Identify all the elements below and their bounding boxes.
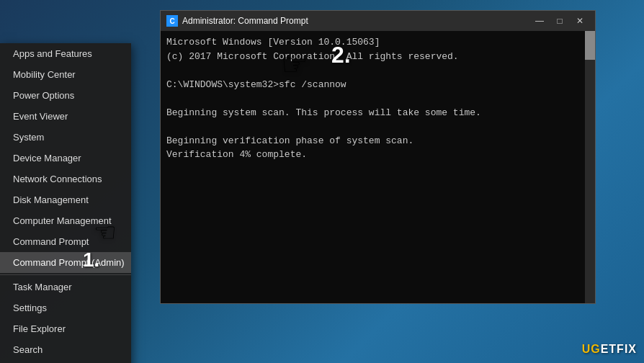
menu-item-label: Device Manager xyxy=(13,153,81,163)
menu-item-label: Mobility Center xyxy=(13,69,76,80)
cmd-line-5: Beginning system scan. This process will… xyxy=(166,106,578,120)
menu-item-label: Apps and Features xyxy=(13,48,92,59)
menu-item-file-explorer[interactable]: File Explorer xyxy=(0,318,131,339)
menu-item-apps-and-features[interactable]: Apps and Features xyxy=(0,43,131,64)
cmd-window: C Administrator: Command Prompt — □ ✕ Mi… xyxy=(160,10,596,304)
menu-item-mobility-center[interactable]: Mobility Center xyxy=(0,64,131,85)
cursor-hand-1-icon: ☞ xyxy=(94,218,117,248)
menu-item-label: Command Prompt (Admin) xyxy=(13,257,125,268)
menu-item-run[interactable]: Run xyxy=(0,360,131,363)
menu-item-label: Settings xyxy=(13,302,47,313)
context-menu: Apps and FeaturesMobility CenterPower Op… xyxy=(0,43,131,363)
menu-item-label: Disk Management xyxy=(13,194,89,205)
cmd-titlebar: C Administrator: Command Prompt — □ ✕ xyxy=(161,11,595,31)
cmd-line-0: Microsoft Windows [Version 10.0.15063] xyxy=(166,35,578,50)
cmd-line-7: Beginning verification phase of system s… xyxy=(166,134,578,148)
cmd-minimize-button[interactable]: — xyxy=(530,14,549,28)
cmd-controls: — □ ✕ xyxy=(530,14,589,28)
menu-item-label: Power Options xyxy=(13,90,74,101)
cmd-title-left: C Administrator: Command Prompt xyxy=(166,15,308,27)
menu-item-task-manager[interactable]: Task Manager xyxy=(0,277,131,297)
menu-item-event-viewer[interactable]: Event Viewer xyxy=(0,106,131,127)
menu-item-label: Command Prompt xyxy=(13,236,89,247)
cmd-title-text: Administrator: Command Prompt xyxy=(182,16,308,26)
cmd-line-4 xyxy=(166,91,578,106)
menu-item-label: Event Viewer xyxy=(13,111,68,122)
menu-item-label: Network Connections xyxy=(13,174,102,184)
menu-item-search[interactable]: Search xyxy=(0,339,131,360)
cmd-close-button[interactable]: ✕ xyxy=(571,14,589,28)
step-1-label: 1. xyxy=(83,248,99,272)
menu-item-command-prompt-admin[interactable]: Command Prompt (Admin) xyxy=(0,252,131,273)
menu-item-disk-management[interactable]: Disk Management xyxy=(0,189,131,210)
menu-item-settings[interactable]: Settings xyxy=(0,297,131,318)
menu-divider-11 xyxy=(0,274,131,275)
cursor-hand-2-icon: ☞ xyxy=(281,47,308,82)
watermark-suffix: ETFIX xyxy=(601,343,637,355)
menu-item-label: Search xyxy=(13,344,43,355)
cmd-line-8: Verification 4% complete. xyxy=(166,148,578,162)
cmd-maximize-button[interactable]: □ xyxy=(550,14,569,28)
cmd-body: Microsoft Windows [Version 10.0.15063](c… xyxy=(161,31,595,303)
cmd-app-icon: C xyxy=(166,15,178,27)
menu-item-label: System xyxy=(13,132,44,143)
cmd-line-3: C:\WINDOWS\system32>sfc /scannow xyxy=(166,78,578,92)
menu-item-system[interactable]: System xyxy=(0,127,131,148)
cmd-scrollbar[interactable] xyxy=(585,31,595,303)
cmd-scrollbar-thumb[interactable] xyxy=(585,31,595,60)
cmd-content: Microsoft Windows [Version 10.0.15063](c… xyxy=(166,35,589,162)
menu-item-power-options[interactable]: Power Options xyxy=(0,85,131,106)
watermark: UGETFIX xyxy=(582,343,637,356)
menu-item-label: Task Manager xyxy=(13,282,72,292)
menu-item-label: File Explorer xyxy=(13,323,66,334)
menu-item-network-connections[interactable]: Network Connections xyxy=(0,169,131,189)
cmd-line-6 xyxy=(166,120,578,134)
desktop: Apps and FeaturesMobility CenterPower Op… xyxy=(0,0,644,363)
cmd-line-2 xyxy=(166,63,578,78)
cmd-line-1: (c) 2017 Microsoft Corporation. All righ… xyxy=(166,50,578,64)
step-2-label: 2. xyxy=(331,42,351,68)
watermark-ug: UG xyxy=(582,343,601,355)
menu-item-device-manager[interactable]: Device Manager xyxy=(0,148,131,169)
